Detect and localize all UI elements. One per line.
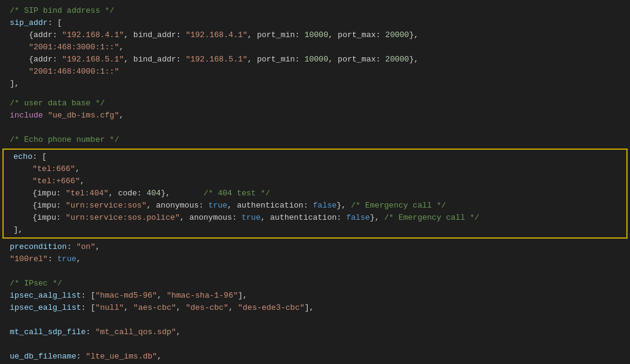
punct: : [67,241,77,253]
string: "urn:service:sos.police" [66,212,180,224]
number: 404 [146,187,160,200]
punct: ], [10,78,19,90]
bool: false [313,200,337,212]
string: "192.168.4.1" [62,29,124,41]
code-line: "100rel": true, [0,253,630,265]
punct: : [76,351,86,363]
punct: }, [337,200,351,212]
bool: false [346,212,370,224]
code-line: /* IPsec */ [0,278,630,290]
key: precondition [10,241,67,253]
string: "tel:+666" [13,175,80,187]
key: ipsec_ealg_list [10,302,81,314]
number: 20000 [385,29,409,41]
punct: , bind_addr: [124,29,185,41]
comment: /* Echo phone number */ [10,134,119,146]
punct: , authentication: [227,200,313,212]
code-line [0,314,630,326]
string: "ue_db-ims.cfg" [48,110,119,122]
punct: ], [13,224,23,236]
comment: /* user data base */ [10,97,105,110]
string: "hmac-sha-1-96" [166,290,238,302]
number: 10000 [305,54,328,66]
string: "mt_call_qos.sdp" [95,326,176,338]
string: "lte_ue_ims.db" [86,351,157,363]
punct: }, [409,54,419,66]
punct: , anonymous: [180,212,241,224]
punct: ], [238,290,248,302]
number: 20000 [385,54,409,66]
string: "des-ede3-cbc" [238,302,305,314]
punct: , port_min: [247,54,305,66]
code-line: "2001:468:4000:1::" [0,66,630,78]
code-line: ], [0,78,630,90]
string: "100rel" [10,253,48,265]
punct: , [124,302,133,314]
punct: {impu: [13,212,66,224]
key: ipsec_aalg_list [10,290,81,302]
key: ue_db_filename [10,351,76,363]
echo-section-highlighted: echo: [ "tel:666", "tel:+666", {impu: "t… [2,149,628,239]
punct: , port_min: [247,29,305,41]
string: "tel:666" [13,163,75,175]
punct: , port_max: [328,29,386,41]
code-line: "tel:666", [4,163,626,175]
code-line [0,265,630,278]
punct: , [95,241,100,253]
code-line: "tel:+666", [4,175,626,187]
number: 10000 [305,29,328,41]
code-line: /* SIP bind address */ [0,5,630,17]
string: "2001:468:3000:1::" [10,41,119,54]
punct: , authentication: [261,212,346,224]
string: "192.168.5.1" [62,54,124,66]
punct: , [76,253,81,265]
string: "192.168.4.1" [186,29,247,41]
user-db-section: /* user data base */ include "ue_db-ims.… [0,95,630,149]
punct: ], [305,302,314,314]
key: mt_call_sdp_file [10,326,86,338]
punct: , [228,302,238,314]
string: "hmac-md5-96" [95,290,157,302]
punct: : [ [48,17,62,29]
bool: true [57,253,76,265]
punct: : [86,326,96,338]
code-line: /* Echo phone number */ [0,134,630,146]
keyword: include [10,110,43,122]
key: sip_addr [10,17,48,29]
punct: , [176,302,186,314]
bool: true [241,212,260,224]
code-line: include "ue_db-ims.cfg", [0,110,630,122]
code-line: {impu: "urn:service:sos.police", anonymo… [4,212,626,224]
code-line: "2001:468:3000:1::", [0,41,630,54]
code-line: {impu: "urn:service:sos", anonymous: tru… [4,200,626,212]
sip-section: /* SIP bind address */ sip_addr: [ {addr… [0,0,630,93]
punct: : [ [81,290,95,302]
comment: /* 404 test */ [204,187,270,200]
comment: /* SIP bind address */ [10,5,115,17]
bool: true [208,200,227,212]
punct: , [80,175,85,187]
punct: : [ [81,302,95,314]
code-line: precondition: "on", [0,241,630,253]
punct: , [75,163,80,175]
string: "tel:404" [66,187,108,200]
string: "on" [76,241,95,253]
punct: }, [409,29,419,41]
code-line [0,122,630,134]
punct: , anonymous: [146,200,208,212]
string: "null" [95,302,124,314]
code-line: /* user data base */ [0,97,630,110]
punct: , bind_addr: [124,54,185,66]
punct: : [48,253,57,265]
code-line: sip_addr: [ [0,17,630,29]
punct: , port_max: [328,54,386,66]
punct: , [119,41,124,54]
code-line: {impu: "tel:404", code: 404}, /* 404 tes… [4,187,626,200]
code-line: {addr: "192.168.4.1", bind_addr: "192.16… [0,29,630,41]
string: "192.168.5.1" [186,54,247,66]
code-line: ipsec_aalg_list: ["hmac-md5-96", "hmac-s… [0,290,630,302]
punct: , [119,110,124,122]
code-line: {addr: "192.168.5.1", bind_addr: "192.16… [0,54,630,66]
code-line: echo: [ [4,151,626,163]
punct: }, [370,212,384,224]
